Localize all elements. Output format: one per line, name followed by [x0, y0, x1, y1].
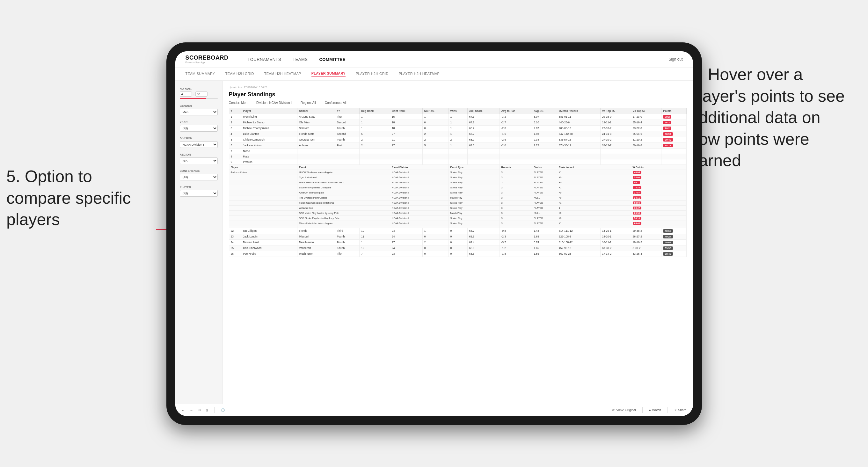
event-cell-wpoints[interactable]: 68.50 — [631, 200, 686, 205]
points-badge[interactable]: 70.2 — [663, 127, 671, 130]
sidebar-no-rds-max[interactable] — [195, 92, 208, 97]
slider-fill — [180, 98, 206, 99]
points-badge[interactable]: 68.18 — [663, 144, 673, 147]
nav-tournaments[interactable]: TOURNAMENTS — [248, 57, 281, 62]
event-cell-wpoints[interactable]: 53.60 — [631, 175, 686, 180]
cell-conf-rank: 24 — [390, 228, 423, 234]
event-points-badge[interactable]: 56.18 — [633, 217, 642, 220]
cell-points[interactable] — [661, 159, 686, 164]
event-cell-rank: +0 — [557, 210, 631, 216]
event-cell-wpoints[interactable]: 30.47 — [631, 205, 686, 210]
sidebar-player-select[interactable]: (All) — [180, 190, 218, 197]
sub-nav-player-h2h-grid[interactable]: PLAYER H2H GRID — [356, 72, 389, 76]
event-cell-type — [448, 226, 499, 228]
event-points-badge[interactable]: 25.38 — [633, 212, 642, 215]
sign-out-link[interactable]: Sign out — [669, 57, 682, 62]
event-cell-wpoints[interactable]: 25.38 — [631, 210, 686, 216]
cell-points[interactable]: 88.94 — [661, 131, 686, 137]
table-row: 8 Mats — [229, 154, 686, 159]
cell-reg-rank: 11 — [360, 234, 390, 240]
cell-points[interactable]: 38.49 — [661, 251, 686, 257]
cell-points[interactable]: 70.2 — [661, 125, 686, 131]
cell-points[interactable]: 76.2 — [661, 120, 686, 125]
cell-points[interactable] — [661, 148, 686, 154]
table-row: 9 Preston — [229, 159, 686, 164]
table-row: 24 Bastian Amat New Mexico Fourth 1 27 2… — [229, 240, 686, 245]
points-badge[interactable]: 76.2 — [663, 121, 671, 124]
event-cell-wpoints[interactable] — [631, 226, 686, 228]
cell-points[interactable]: 48.68 — [661, 228, 686, 234]
event-points-badge[interactable]: 53.60 — [633, 176, 642, 179]
event-cell-wpoints[interactable]: 46.7 — [631, 180, 686, 185]
event-cell-wpoints[interactable]: 56.18 — [631, 216, 686, 221]
event-row: The Cypress Point Classic NCAA Division … — [229, 195, 686, 200]
event-points-badge[interactable]: 68.50 — [633, 201, 642, 204]
points-badge[interactable]: 38.49 — [663, 252, 673, 256]
event-points-badge[interactable]: 73.33 — [633, 186, 642, 189]
cell-vs25: 27-10-2 — [600, 137, 631, 143]
back-button[interactable]: ← — [182, 408, 185, 412]
sidebar-region-select[interactable]: N/A — [180, 157, 218, 164]
slider-bar[interactable] — [180, 98, 218, 99]
nav-teams[interactable]: TEAMS — [292, 57, 308, 62]
sidebar-division-select[interactable]: NCAA Division I — [180, 141, 218, 148]
copy-button[interactable]: ⎘ — [206, 408, 208, 412]
points-badge[interactable]: 48.68 — [663, 229, 673, 233]
event-row: Fallen Oak Collegiate Invitational NCAA … — [229, 200, 686, 205]
cell-points[interactable]: 88.2 — [661, 114, 686, 120]
event-cell-wpoints[interactable]: 24.11 — [631, 195, 686, 200]
clock-button[interactable]: 🕐 — [221, 408, 225, 412]
sidebar-year-select[interactable]: (All) — [180, 125, 218, 132]
sub-nav-player-summary[interactable]: PLAYER SUMMARY — [311, 71, 345, 76]
event-cell-rounds: 3 — [499, 210, 532, 216]
cell-points[interactable]: 80.49 — [661, 137, 686, 143]
points-badge[interactable]: 39.95 — [663, 246, 673, 250]
event-cell-wpoints[interactable]: 73.33 — [631, 185, 686, 190]
cell-num: 3 — [229, 125, 241, 131]
share-button[interactable]: ⇪ Share — [674, 408, 687, 412]
refresh-button[interactable]: ↺ — [198, 408, 201, 412]
event-th-status: Status — [532, 164, 557, 169]
cell-points[interactable]: 40.27 — [661, 234, 686, 240]
nav-committee[interactable]: COMMITTEE — [319, 57, 345, 62]
cell-vs50 — [631, 154, 661, 159]
points-badge[interactable]: 40.02 — [663, 241, 673, 244]
event-points-badge[interactable]: 66.40 — [633, 222, 642, 225]
annotation-left: 5. Option to compare specific players — [6, 166, 140, 230]
cell-record: 547-142-38 — [557, 131, 600, 137]
cell-avg-sg: 2.97 — [532, 125, 557, 131]
event-cell-player — [229, 221, 298, 226]
event-points-badge[interactable]: 46.7 — [633, 181, 641, 184]
cell-points[interactable]: 68.18 — [661, 143, 686, 148]
event-points-badge[interactable]: 40.64 — [633, 171, 642, 174]
event-cell-wpoints[interactable]: 40.64 — [631, 169, 686, 175]
points-badge[interactable]: 80.49 — [663, 138, 673, 142]
event-points-badge[interactable]: 24.11 — [633, 196, 642, 199]
cell-points[interactable]: 40.02 — [661, 240, 686, 245]
sub-nav-team-h2h-grid[interactable]: TEAM H2H GRID — [225, 72, 254, 76]
event-cell-status: NULL — [532, 195, 557, 200]
event-cell-wpoints[interactable]: 66.40 — [631, 221, 686, 226]
cell-vs25 — [600, 154, 631, 159]
event-cell-rounds: 3 — [499, 190, 532, 195]
event-cell-rounds: 3 — [499, 221, 532, 226]
sidebar-gender-select[interactable]: Men — [180, 109, 218, 115]
sidebar-conference-select[interactable]: (All) — [180, 174, 218, 180]
sub-nav-player-h2h-heatmap[interactable]: PLAYER H2H HEATMAP — [399, 72, 440, 76]
event-cell-player — [229, 205, 298, 210]
view-original-button[interactable]: 👁 View: Original — [612, 408, 636, 412]
points-badge[interactable]: 88.94 — [663, 132, 673, 136]
event-cell-wpoints[interactable]: 37.57 — [631, 190, 686, 195]
sub-nav-team-h2h-heatmap[interactable]: TEAM H2H HEATMAP — [264, 72, 301, 76]
watch-button[interactable]: ● Watch — [649, 408, 661, 412]
sidebar-no-rds-min[interactable] — [180, 92, 192, 97]
cell-points[interactable]: 39.95 — [661, 245, 686, 251]
event-points-badge[interactable]: 37.57 — [633, 191, 642, 194]
points-badge[interactable]: 40.27 — [663, 235, 673, 239]
forward-button[interactable]: → — [190, 408, 193, 412]
sub-nav-team-summary[interactable]: TEAM SUMMARY — [186, 72, 215, 76]
cell-points[interactable] — [661, 154, 686, 159]
event-cell-event: SEC Match Play hosted by Jerry Pate — [298, 210, 390, 216]
event-points-badge[interactable]: 30.47 — [633, 207, 642, 210]
points-badge[interactable]: 88.2 — [663, 115, 671, 119]
